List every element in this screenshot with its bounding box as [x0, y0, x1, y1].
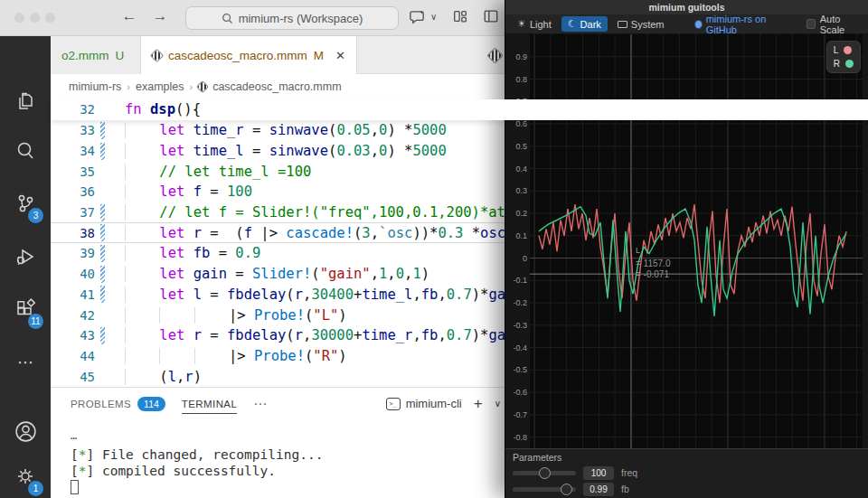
- forward-button[interactable]: →: [149, 7, 171, 25]
- settings-gear-icon[interactable]: 1: [0, 455, 51, 498]
- slider-knob[interactable]: [561, 484, 572, 495]
- sticky-scroll-line[interactable]: 32fn dsp(){: [51, 99, 868, 120]
- svg-text:-0.2: -0.2: [513, 298, 527, 307]
- line-number: 44: [51, 349, 95, 363]
- screen: ← → mimium-rs (Workspace) ∨ 3: [0, 0, 868, 498]
- svg-text:0.1: 0.1: [515, 231, 527, 240]
- code-text: // let f = Slider!("freq",100,0.1,200)*a…: [125, 204, 523, 221]
- customize-layout-icon[interactable]: [452, 8, 468, 28]
- sidebar-item-source-control[interactable]: 3: [0, 182, 51, 225]
- extensions-badge: 11: [28, 314, 43, 329]
- slider-freq[interactable]: [513, 466, 576, 479]
- panel-more-icon[interactable]: ⋯: [253, 396, 267, 412]
- close-window-icon[interactable]: [512, 5, 518, 11]
- theme-dark-button[interactable]: ☾ Dark: [561, 16, 608, 32]
- code-text: let r = fbdelay(r,30000+time_r,fb,0.7)*g…: [125, 327, 523, 343]
- parameters-panel: Parameters 100freq0.99fb1.00gain: [505, 448, 868, 498]
- gutter-modified-mark: [100, 347, 105, 364]
- terminal-line: [*] File changed, recompiling...: [71, 446, 323, 463]
- terminal-lines: [*] File changed, recompiling...[*] comp…: [71, 446, 323, 479]
- auto-scale-checkbox[interactable]: Auto Scale: [807, 14, 863, 35]
- breadcrumb-folder[interactable]: examples: [136, 80, 184, 93]
- minimize-window-icon[interactable]: [30, 13, 40, 23]
- sun-icon: ☀: [517, 18, 526, 30]
- svg-text:0.2: 0.2: [515, 209, 527, 218]
- tab-terminal[interactable]: TERMINAL: [182, 399, 237, 414]
- tab-cascadeosc-macro[interactable]: cascadeosc_macro.mmm M ✕: [141, 36, 357, 74]
- mmm-action-icon[interactable]: [486, 47, 503, 63]
- terminal-prev-line: …: [71, 428, 323, 444]
- toggle-panel-icon[interactable]: [483, 8, 499, 28]
- legend-item-L[interactable]: L: [834, 45, 854, 55]
- close-window-icon[interactable]: [14, 13, 24, 23]
- theme-light-button[interactable]: ☀ Light: [511, 16, 558, 32]
- search-icon: [14, 139, 37, 163]
- mmm-file-icon: [196, 80, 209, 93]
- code-text: |> Probe!("L"): [125, 307, 347, 324]
- account-icon[interactable]: [0, 409, 51, 453]
- zoom-window-icon[interactable]: [533, 5, 540, 11]
- minimize-window-icon[interactable]: [523, 5, 529, 11]
- gutter-modified-mark: [100, 266, 105, 283]
- theme-system-button[interactable]: System: [611, 17, 671, 32]
- new-terminal-icon[interactable]: +: [474, 395, 483, 413]
- settings-badge: 1: [28, 481, 43, 496]
- sidebar-item-explorer[interactable]: [0, 80, 51, 123]
- code-line-32[interactable]: 32fn dsp(){: [51, 99, 868, 120]
- gutter-modified-mark: [100, 101, 105, 118]
- svg-text:0.5: 0.5: [515, 142, 527, 151]
- person-icon: [14, 419, 38, 444]
- terminal-label: TERMINAL: [182, 399, 237, 409]
- svg-text:= 1157.0: = 1157.0: [636, 258, 671, 268]
- tab-o2-mmm[interactable]: o2.mmm U: [51, 36, 141, 74]
- code-text: fn dsp(){: [125, 101, 201, 117]
- breadcrumb-folder[interactable]: mimium-rs: [69, 80, 121, 93]
- svg-text:-0.7: -0.7: [513, 410, 527, 419]
- terminal-instance[interactable]: >_ mimium-cli: [386, 397, 462, 410]
- svg-text:0.4: 0.4: [515, 164, 527, 174]
- activity-bar: 3 11 ⋯ 1: [0, 36, 51, 498]
- tab-git-status: M: [314, 49, 324, 62]
- param-value[interactable]: 0.99: [583, 483, 614, 496]
- more-actions-icon[interactable]: ⋯: [0, 341, 51, 384]
- code-text: let gain = Slider!("gain",1,0,1): [125, 266, 429, 282]
- zoom-window-icon[interactable]: [45, 13, 55, 23]
- guitools-title: mimium guitools: [649, 2, 725, 13]
- problems-badge: 114: [137, 397, 165, 411]
- workspace-name: mimium-rs (Workspace): [239, 12, 363, 25]
- parameter-rows: 100freq0.99fb1.00gain: [513, 465, 861, 498]
- code-text: let time_l = sinwave(0.03,0) *5000: [125, 143, 447, 159]
- close-tab-icon[interactable]: ✕: [335, 49, 345, 62]
- sidebar-item-search[interactable]: [0, 129, 51, 173]
- back-button[interactable]: ←: [118, 7, 140, 25]
- line-number: 36: [51, 184, 95, 199]
- terminal-output[interactable]: … [*] File changed, recompiling...[*] co…: [71, 428, 323, 494]
- param-value[interactable]: 100: [583, 466, 614, 480]
- breadcrumb-file[interactable]: cascadeosc_macro.mmm: [212, 80, 341, 93]
- copilot-icon[interactable]: [409, 8, 426, 29]
- line-number: 33: [51, 123, 95, 137]
- gutter-modified-mark: [100, 306, 105, 324]
- svg-text:0: 0: [523, 254, 527, 263]
- chevron-down-icon[interactable]: ∨: [430, 12, 437, 22]
- param-label: fb: [621, 484, 629, 494]
- waveform-chart[interactable]: 0.90.80.70.60.50.40.30.20.10-0.1-0.2-0.3…: [505, 34, 868, 448]
- github-link[interactable]: mimium-rs on GitHub: [694, 14, 790, 35]
- line-number: 37: [51, 205, 95, 220]
- line-number: 42: [51, 308, 95, 323]
- guitools-toolbar: ☀ Light ☾ Dark System mimium-rs on GitHu…: [505, 14, 868, 34]
- tab-problems[interactable]: PROBLEMS 114: [71, 397, 165, 411]
- code-text: let fb = 0.9: [125, 245, 260, 261]
- code-text: let f = 100: [125, 183, 252, 200]
- legend-item-R[interactable]: R: [834, 59, 854, 69]
- sidebar-item-extensions[interactable]: 11: [0, 287, 51, 331]
- command-center-search[interactable]: mimium-rs (Workspace): [185, 6, 399, 30]
- gutter-modified-mark: [100, 204, 105, 221]
- slider-knob[interactable]: [539, 467, 551, 479]
- slider-fb[interactable]: [513, 483, 576, 495]
- svg-text:L: L: [636, 246, 640, 255]
- breadcrumb-separator: ›: [127, 81, 130, 92]
- sidebar-item-run-debug[interactable]: [0, 235, 51, 278]
- terminal-dropdown-icon[interactable]: ∨: [495, 399, 501, 409]
- parameter-row-freq: 100freq: [513, 465, 861, 481]
